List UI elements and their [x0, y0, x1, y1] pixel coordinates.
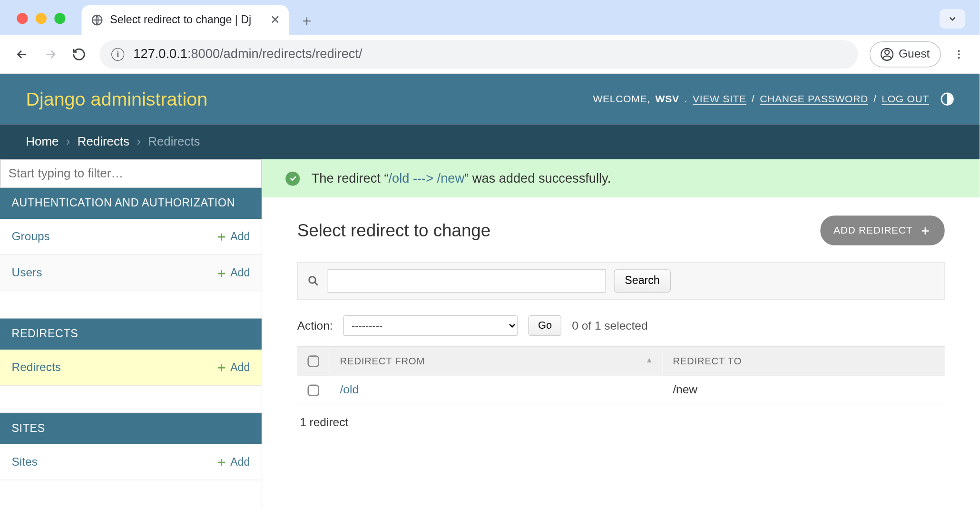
admin-header: Django administration WELCOME, WSV. VIEW… [0, 74, 980, 124]
select-all-checkbox[interactable] [307, 355, 319, 367]
svg-point-1 [885, 50, 889, 54]
sidebar-section-auth: AUTHENTICATION AND AUTHORIZATION [0, 188, 262, 219]
plus-icon: ＋ [215, 228, 228, 245]
success-message: The redirect “/old ---> /new” was added … [262, 159, 980, 197]
sort-asc-icon: ▲ [646, 355, 654, 364]
plus-icon: ＋ [919, 222, 932, 239]
sites-add-link[interactable]: ＋Add [215, 453, 250, 471]
sidebar-item-sites: Sites ＋Add [0, 444, 262, 480]
page-title: Select redirect to change [297, 220, 491, 240]
window-controls [17, 13, 65, 24]
add-redirect-button[interactable]: ADD REDIRECT＋ [821, 215, 945, 245]
success-object-link[interactable]: /old ---> /new [389, 171, 465, 185]
forward-button[interactable] [38, 41, 63, 67]
admin-title: Django administration [26, 88, 207, 110]
svg-point-6 [309, 277, 316, 283]
arrow-left-icon [15, 47, 29, 61]
breadcrumb-home[interactable]: Home [26, 135, 59, 148]
col-redirect-from[interactable]: REDIRECT FROM ▲ [330, 347, 663, 375]
welcome-label: WELCOME, [593, 93, 650, 105]
maximize-window-button[interactable] [54, 13, 65, 24]
redirect-from-link[interactable]: /old [340, 383, 359, 396]
results-table: REDIRECT FROM ▲ REDIRECT TO /old /new [297, 346, 945, 405]
svg-point-4 [958, 53, 960, 55]
svg-point-3 [958, 49, 960, 51]
username: WSV [656, 93, 679, 105]
search-icon [307, 274, 320, 287]
action-label: Action: [297, 319, 333, 332]
new-tab-button[interactable]: ＋ [295, 9, 319, 32]
address-bar[interactable]: i 127.0.0.1:8000/admin/redirects/redirec… [100, 40, 858, 68]
sidebar-item-redirects: Redirects ＋Add [0, 350, 262, 386]
back-button[interactable] [9, 41, 35, 67]
actions-row: Action: --------- Go 0 of 1 selected [297, 315, 945, 336]
browser-toolbar: i 127.0.0.1:8000/admin/redirects/redirec… [0, 35, 980, 74]
groups-add-link[interactable]: ＋Add [215, 228, 250, 245]
users-link[interactable]: Users [11, 266, 42, 280]
sidebar-item-users: Users ＋Add [0, 255, 262, 291]
check-circle-icon [285, 171, 300, 186]
search-bar: Search [297, 262, 945, 300]
sidebar-filter-input[interactable] [0, 159, 262, 188]
search-button[interactable]: Search [614, 269, 671, 293]
reload-icon [72, 47, 86, 61]
site-info-icon[interactable]: i [111, 48, 124, 60]
reload-button[interactable] [66, 41, 92, 67]
action-select[interactable]: --------- [343, 315, 518, 336]
selection-count: 0 of 1 selected [572, 319, 647, 332]
plus-icon: ＋ [215, 264, 228, 282]
arrow-right-icon [43, 47, 58, 61]
paginator: 1 redirect [297, 405, 945, 440]
change-password-link[interactable]: CHANGE PASSWORD [760, 93, 868, 105]
log-out-link[interactable]: LOG OUT [882, 93, 929, 105]
admin-user-links: WELCOME, WSV. VIEW SITE / CHANGE PASSWOR… [593, 93, 953, 106]
breadcrumb: Home › Redirects › Redirects [0, 124, 980, 159]
globe-icon [91, 14, 104, 27]
sites-link[interactable]: Sites [11, 455, 37, 469]
browser-tab-bar: Select redirect to change | Dj ✕ ＋ [0, 0, 980, 35]
success-text: The redirect “/old ---> /new” was added … [312, 171, 611, 186]
sidebar-section-redirects: REDIRECTS [0, 319, 262, 350]
plus-icon: ＋ [215, 453, 228, 471]
main-content: The redirect “/old ---> /new” was added … [262, 159, 980, 508]
dots-vertical-icon [953, 48, 964, 59]
breadcrumb-app[interactable]: Redirects [78, 135, 129, 148]
sidebar-item-groups: Groups ＋Add [0, 219, 262, 255]
close-window-button[interactable] [17, 13, 28, 24]
browser-tab[interactable]: Select redirect to change | Dj ✕ [81, 5, 289, 35]
search-input[interactable] [328, 269, 606, 293]
close-tab-icon[interactable]: ✕ [270, 13, 280, 27]
row-checkbox[interactable] [307, 385, 319, 396]
redirects-add-link[interactable]: ＋Add [215, 359, 250, 376]
tab-title: Select redirect to change | Dj [110, 14, 251, 27]
person-icon [881, 48, 893, 60]
browser-menu-button[interactable] [947, 42, 970, 66]
breadcrumb-current: Redirects [148, 135, 200, 148]
profile-label: Guest [899, 47, 930, 61]
groups-link[interactable]: Groups [11, 230, 49, 244]
col-redirect-to[interactable]: REDIRECT TO [663, 347, 945, 375]
plus-icon: ＋ [215, 359, 228, 376]
users-add-link[interactable]: ＋Add [215, 264, 250, 282]
profile-button[interactable]: Guest [870, 41, 941, 67]
theme-toggle-icon[interactable] [941, 93, 954, 106]
tabs-dropdown-button[interactable] [940, 9, 965, 29]
chevron-down-icon [947, 14, 958, 24]
url-text: 127.0.0.1:8000/admin/redirects/redirect/ [133, 47, 362, 61]
redirects-link[interactable]: Redirects [11, 361, 60, 374]
view-site-link[interactable]: VIEW SITE [693, 93, 746, 105]
sidebar: AUTHENTICATION AND AUTHORIZATION Groups … [0, 159, 262, 508]
svg-point-5 [958, 57, 960, 59]
redirect-to-value: /new [663, 375, 945, 405]
go-button[interactable]: Go [529, 315, 562, 336]
table-row: /old /new [297, 375, 945, 405]
minimize-window-button[interactable] [36, 13, 47, 24]
sidebar-section-sites: SITES [0, 413, 262, 444]
